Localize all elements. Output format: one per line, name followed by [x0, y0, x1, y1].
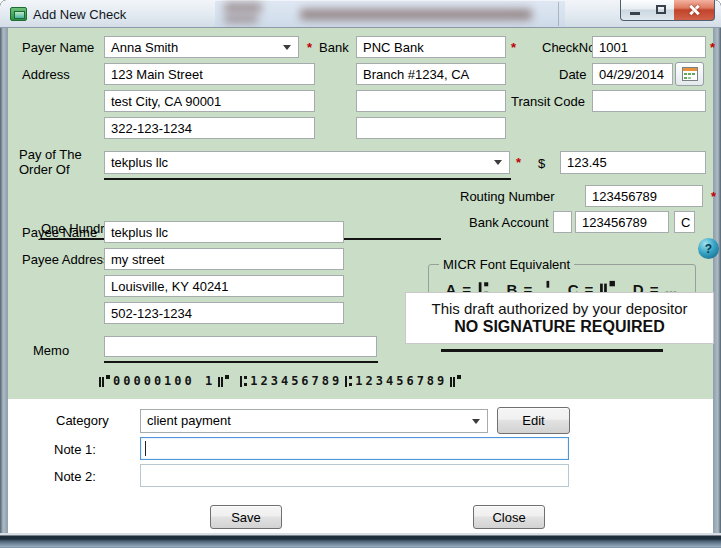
authorization-line: [441, 349, 663, 352]
micr-account-number: 123456789: [355, 374, 447, 388]
micr-transit-symbol: [240, 375, 247, 387]
background-blur-text: [224, 15, 258, 23]
pay-order-value: tekplus llc: [111, 155, 168, 170]
micr-check-number: 00000100 1: [113, 374, 215, 388]
save-button[interactable]: Save: [210, 505, 282, 529]
routing-number-label: Routing Number: [460, 189, 555, 204]
chevron-down-icon: [283, 45, 291, 50]
bank-account-field[interactable]: 123456789: [575, 211, 669, 233]
category-dropdown[interactable]: client payment: [140, 409, 488, 433]
micr-onus-symbol: [99, 375, 110, 387]
category-value: client payment: [147, 413, 231, 428]
minimize-icon: [630, 12, 640, 15]
bank-account-label: Bank Account: [469, 215, 549, 230]
micr-routing-number: 123456789: [250, 374, 342, 388]
address-label: Address: [22, 67, 70, 82]
transit-code-label: Transit Code: [511, 94, 585, 109]
check-form-panel: Payer Name Anna Smith * Bank PNC Bank * …: [8, 28, 713, 399]
add-new-check-window: Add New Check Payer Name Anna Smith * Ba…: [0, 0, 721, 548]
draft-notice-line1: This draft authorized by your depositor: [432, 300, 688, 317]
window-title: Add New Check: [33, 7, 126, 22]
required-asterisk: *: [710, 40, 715, 55]
payee-name-label: Payee Name: [22, 225, 97, 240]
payee-underline: [104, 178, 511, 180]
bank-branch-field[interactable]: Branch #1234, CA: [356, 63, 506, 85]
micr-group-title: MICR Font Equivalent: [439, 257, 574, 272]
bank-name-field[interactable]: PNC Bank: [356, 36, 506, 58]
micr-onus-symbol: [450, 375, 461, 387]
maximize-button[interactable]: [647, 0, 675, 21]
help-globe-icon[interactable]: ?: [698, 238, 719, 259]
bank-label: Bank: [319, 40, 349, 55]
micr-onus-symbol: [218, 375, 229, 387]
title-bar[interactable]: Add New Check: [0, 0, 721, 28]
micr-transit-symbol: [345, 375, 352, 387]
pay-order-dropdown[interactable]: tekplus llc: [104, 151, 510, 174]
payee-address-line2-field[interactable]: Louisville, KY 40241: [104, 275, 344, 297]
window-frame-left: [0, 28, 8, 533]
note1-label: Note 1:: [54, 442, 96, 457]
signature-line: [104, 361, 378, 363]
pay-order-label-line2: Order Of: [19, 162, 70, 177]
maximize-icon: [656, 5, 666, 14]
pay-order-label-line1: Pay of The: [19, 147, 82, 162]
payer-name-dropdown[interactable]: Anna Smith: [104, 36, 299, 58]
window-frame-bottom: [0, 533, 721, 548]
payee-address-line1-field[interactable]: my street: [104, 248, 344, 270]
payer-name-value: Anna Smith: [111, 40, 178, 55]
required-asterisk: *: [307, 40, 312, 55]
calendar-icon: [682, 67, 698, 81]
required-asterisk: *: [516, 155, 521, 170]
micr-line: 00000100 1 123456789 123456789: [96, 372, 464, 390]
payee-address-label: Payee Address: [22, 252, 109, 267]
window-frame-right: [713, 28, 721, 533]
background-divider: [558, 2, 559, 26]
bank-account-prefix-field[interactable]: [553, 211, 572, 233]
text-cursor: [145, 441, 146, 456]
check-no-field[interactable]: 1001: [592, 36, 706, 58]
dollar-sign: $: [538, 156, 545, 171]
address-line1-field[interactable]: 123 Main Street: [104, 63, 315, 85]
close-icon: [688, 4, 700, 16]
address-line2-field[interactable]: test City, CA 90001: [104, 90, 315, 112]
memo-field[interactable]: [104, 336, 377, 357]
background-blur-text: [224, 3, 262, 12]
memo-label: Memo: [33, 343, 69, 358]
payee-name-field[interactable]: tekplus llc: [104, 221, 344, 243]
date-field[interactable]: 04/29/2014: [592, 63, 673, 85]
required-asterisk: *: [711, 189, 716, 204]
required-asterisk: *: [511, 40, 516, 55]
payee-address-line3-field[interactable]: 502-123-1234: [104, 302, 344, 324]
background-blur-email: [300, 9, 532, 20]
draft-notice-box: This draft authorized by your depositor …: [405, 292, 714, 344]
note2-label: Note 2:: [54, 469, 96, 484]
date-label: Date: [559, 67, 586, 82]
payer-name-label: Payer Name: [22, 40, 94, 55]
address-line3-field[interactable]: 322-123-1234: [104, 117, 315, 139]
minimize-button[interactable]: [620, 0, 648, 21]
footer-panel: Category client payment Edit Note 1: Not…: [8, 399, 713, 533]
category-label: Category: [56, 413, 109, 428]
transit-code-field[interactable]: [592, 90, 706, 112]
routing-number-field[interactable]: 123456789: [585, 185, 703, 207]
edit-button[interactable]: Edit: [497, 407, 570, 434]
note2-input[interactable]: [140, 464, 569, 487]
draft-notice-line2: NO SIGNATURE REQUIRED: [454, 318, 664, 336]
close-window-button[interactable]: [674, 0, 715, 21]
app-icon: [10, 7, 27, 21]
check-no-label: CheckNo: [542, 40, 595, 55]
chevron-down-icon: [494, 160, 502, 165]
bank-line4-field[interactable]: [356, 117, 506, 139]
bank-line3-field[interactable]: [356, 90, 506, 112]
date-picker-button[interactable]: [675, 62, 704, 86]
note1-input[interactable]: [140, 437, 569, 460]
close-button[interactable]: Close: [473, 505, 545, 529]
bank-account-suffix-field[interactable]: C: [674, 211, 695, 233]
amount-field[interactable]: 123.45: [560, 151, 706, 174]
chevron-down-icon: [472, 419, 480, 424]
